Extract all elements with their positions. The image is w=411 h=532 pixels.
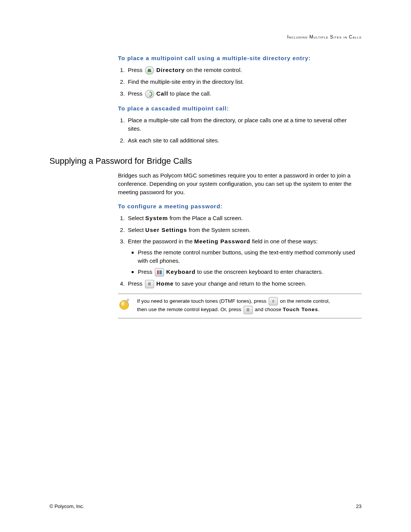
- step-c3: Enter the password in the Meeting Passwo…: [126, 237, 362, 276]
- section-heading-bridge-password: Supplying a Password for Bridge Calls: [49, 156, 362, 166]
- text: and choose: [255, 307, 283, 312]
- term-home: Home: [156, 280, 174, 287]
- svg-point-2: [127, 299, 129, 300]
- text: Press: [128, 90, 144, 97]
- note-text: If you need to generate touch tones (DTM…: [137, 297, 330, 314]
- text: If you need to generate touch tones (DTM…: [137, 298, 268, 304]
- text: from the Place a Call screen.: [168, 215, 243, 221]
- step-c2: Select User Settings from the System scr…: [126, 226, 362, 235]
- step-b1: Place a multiple-site call from the dire…: [126, 116, 362, 133]
- hash-key-icon: #: [269, 297, 278, 305]
- term-directory: Directory: [156, 67, 185, 73]
- step-a3: Press Call to place the call.: [126, 89, 362, 98]
- svg-point-1: [121, 301, 125, 306]
- step-c4: Press ≣ Home to save your change and ret…: [126, 280, 362, 288]
- step-a2: Find the multiple-site entry in the dire…: [126, 78, 362, 86]
- term-system: System: [145, 215, 168, 221]
- text: Press: [128, 280, 144, 287]
- text: Select: [128, 215, 145, 221]
- procedure-heading-directory-entry: To place a multipoint call using a multi…: [118, 55, 362, 61]
- text: to save your change and return to the ho…: [174, 280, 306, 287]
- home-icon: ≣: [145, 280, 154, 288]
- step-b2: Ask each site to call additional sites.: [126, 136, 362, 145]
- page-number: 23: [356, 503, 362, 509]
- text: to place the call.: [168, 90, 211, 97]
- text: to use the onscreen keyboard to enter ch…: [196, 268, 323, 275]
- text: Enter the password in the: [128, 238, 194, 244]
- call-icon: [145, 90, 154, 98]
- term-call: Call: [156, 90, 169, 97]
- sub-item-2: Press Keyboard to use the onscreen keybo…: [138, 268, 362, 276]
- text: Press: [138, 268, 154, 275]
- steps-list-b: Place a multiple-site call from the dire…: [118, 116, 362, 145]
- note-block: If you need to generate touch tones (DTM…: [118, 294, 362, 318]
- procedure-heading-cascaded: To place a cascaded multipoint call:: [118, 105, 362, 112]
- term-touch-tones: Touch Tones: [283, 307, 318, 312]
- section-intro-paragraph: Bridges such as Polycom MGC sometimes re…: [118, 171, 362, 196]
- sub-list: Press the remote control number buttons,…: [128, 248, 362, 276]
- step-c1: Select System from the Place a Call scre…: [126, 214, 362, 223]
- term-meeting-password: Meeting Password: [194, 238, 250, 244]
- home-icon: ≣: [244, 306, 253, 314]
- text: on the remote control,: [280, 298, 330, 304]
- steps-list-c: Select System from the Place a Call scre…: [118, 214, 362, 288]
- text: from the System screen.: [187, 227, 251, 233]
- steps-list-a: Press Directory on the remote control. F…: [118, 66, 362, 98]
- running-header: Including Multiple Sites in Calls: [49, 34, 362, 40]
- sub-item-1: Press the remote control number buttons,…: [138, 248, 362, 265]
- text: .: [318, 307, 320, 312]
- text: on the remote control.: [185, 67, 242, 73]
- text: field in one of these ways:: [250, 238, 318, 244]
- text: then use the remote control keypad. Or, …: [137, 307, 243, 312]
- step-a1: Press Directory on the remote control.: [126, 66, 362, 75]
- procedure-heading-configure-password: To configure a meeting password:: [118, 203, 362, 209]
- term-keyboard: Keyboard: [166, 268, 196, 275]
- keyboard-icon: [155, 268, 164, 276]
- footer-copyright: © Polycom, Inc.: [49, 503, 84, 509]
- text: Select: [128, 227, 145, 233]
- term-user-settings: User Settings: [145, 227, 187, 233]
- note-pin-icon: [118, 297, 132, 314]
- text: Press: [128, 67, 144, 73]
- directory-icon: [145, 66, 154, 75]
